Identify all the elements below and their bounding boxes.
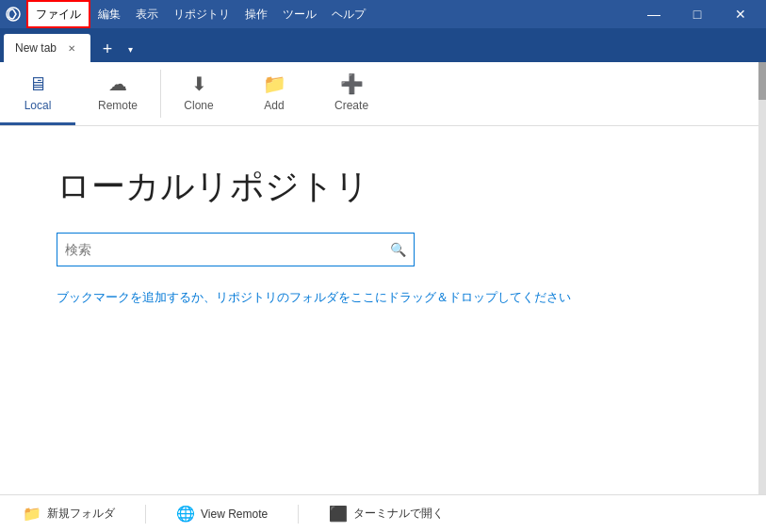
local-icon: 🖥 bbox=[28, 73, 47, 95]
menu-view[interactable]: 表示 bbox=[128, 0, 166, 28]
new-folder-button[interactable]: 📁 新規フォルダ bbox=[15, 501, 122, 526]
status-divider-2 bbox=[298, 505, 299, 524]
open-terminal-button[interactable]: ⬛ ターミナルで開く bbox=[321, 501, 451, 526]
title-bar-controls: — □ ✕ bbox=[632, 0, 762, 28]
toolbar-add-label: Add bbox=[264, 99, 284, 112]
toolbar-local-label: Local bbox=[24, 99, 52, 112]
toolbar-add[interactable]: 📁 Add bbox=[236, 62, 312, 125]
create-icon: ➕ bbox=[340, 73, 364, 95]
page-title: ローカルリポジトリ bbox=[57, 164, 709, 210]
search-box[interactable]: 🔍 bbox=[57, 233, 415, 266]
title-bar-left: ファイル 編集 表示 リポジトリ 操作 ツール ヘルプ bbox=[4, 0, 373, 28]
title-bar: ファイル 編集 表示 リポジトリ 操作 ツール ヘルプ — □ ✕ bbox=[0, 0, 766, 28]
menu-file[interactable]: ファイル bbox=[26, 0, 90, 28]
tab-dropdown-button[interactable]: ▾ bbox=[121, 36, 139, 62]
maximize-button[interactable]: □ bbox=[676, 0, 719, 28]
menu-bar: ファイル 編集 表示 リポジトリ 操作 ツール ヘルプ bbox=[26, 0, 373, 28]
tab-bar: New tab ✕ + ▾ bbox=[0, 28, 766, 62]
menu-action[interactable]: 操作 bbox=[237, 0, 275, 28]
clone-icon: ⬇ bbox=[191, 73, 207, 95]
new-folder-label: 新規フォルダ bbox=[47, 506, 115, 522]
view-remote-label: View Remote bbox=[201, 508, 268, 521]
scrollbar-thumb[interactable] bbox=[758, 62, 766, 100]
toolbar-clone-label: Clone bbox=[184, 99, 213, 112]
scrollbar[interactable] bbox=[758, 62, 766, 494]
search-icon: 🔍 bbox=[390, 242, 406, 257]
toolbar-create[interactable]: ➕ Create bbox=[312, 62, 391, 125]
minimize-button[interactable]: — bbox=[632, 0, 676, 28]
terminal-icon: ⬛ bbox=[329, 505, 348, 523]
menu-help[interactable]: ヘルプ bbox=[324, 0, 373, 28]
add-icon: 📁 bbox=[263, 73, 286, 95]
tab-new-tab[interactable]: New tab ✕ bbox=[4, 34, 90, 62]
tab-label: New tab bbox=[15, 41, 57, 55]
view-remote-button[interactable]: 🌐 View Remote bbox=[169, 501, 275, 526]
status-bar: 📁 新規フォルダ 🌐 View Remote ⬛ ターミナルで開く bbox=[0, 494, 766, 532]
remote-icon: ☁ bbox=[108, 73, 127, 95]
toolbar-local[interactable]: 🖥 Local bbox=[0, 62, 75, 125]
toolbar-remote[interactable]: ☁ Remote bbox=[75, 62, 160, 125]
hint-text: ブックマークを追加するか、リポジトリのフォルダをここにドラッグ＆ドロップしてくだ… bbox=[57, 289, 709, 306]
toolbar-clone[interactable]: ⬇ Clone bbox=[161, 62, 236, 125]
main-content: ローカルリポジトリ 🔍 ブックマークを追加するか、リポジトリのフォルダをここにド… bbox=[0, 126, 766, 344]
new-folder-icon: 📁 bbox=[23, 505, 41, 523]
search-input[interactable] bbox=[65, 242, 390, 257]
menu-repository[interactable]: リポジトリ bbox=[166, 0, 237, 28]
app-icon bbox=[4, 5, 23, 24]
toolbar-create-label: Create bbox=[334, 99, 368, 112]
menu-edit[interactable]: 編集 bbox=[90, 0, 128, 28]
view-remote-icon: 🌐 bbox=[176, 505, 195, 523]
open-terminal-label: ターミナルで開く bbox=[353, 506, 444, 522]
tab-close-button[interactable]: ✕ bbox=[64, 40, 79, 56]
toolbar-remote-label: Remote bbox=[98, 99, 138, 112]
close-button[interactable]: ✕ bbox=[719, 0, 762, 28]
toolbar: 🖥 Local ☁ Remote ⬇ Clone 📁 Add ➕ Create bbox=[0, 62, 766, 126]
menu-tools[interactable]: ツール bbox=[275, 0, 324, 28]
status-divider-1 bbox=[145, 505, 146, 524]
new-tab-button[interactable]: + bbox=[94, 36, 121, 62]
